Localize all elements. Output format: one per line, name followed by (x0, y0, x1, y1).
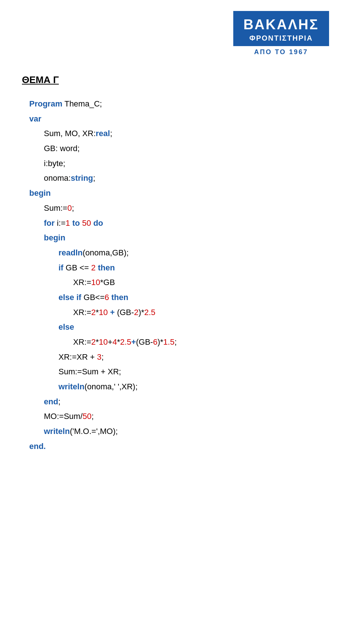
logo-subtitle: ΦΡΟΝΤΙΣΤΗΡΙΑ (244, 34, 319, 42)
header: ΒΑΚΑΛΗΣ ΦΡΟΝΤΙΣΤΗΡΙΑ ΑΠΟ ΤΟ 1967 (22, 11, 329, 63)
code-line-sum-assign: Sum:=0; (44, 201, 329, 216)
logo-container: ΒΑΚΑΛΗΣ ΦΡΟΝΤΙΣΤΗΡΙΑ ΑΠΟ ΤΟ 1967 (233, 11, 329, 56)
code-line-readln: readln(onoma,GB); (58, 246, 329, 261)
code-line-xr-10gb: XR:=10*GB (73, 275, 329, 290)
section-heading: ΘΕΜΑ Γ (22, 74, 329, 86)
code-line-begin1: begin (29, 186, 329, 201)
code-line-writeln2: writeln('M.O.=',MO); (44, 424, 329, 439)
code-line-for-loop: for i:=1 to 50 do (44, 216, 329, 231)
page: ΒΑΚΑΛΗΣ ΦΡΟΝΤΙΣΤΗΡΙΑ ΑΠΟ ΤΟ 1967 ΘΕΜΑ Γ … (0, 0, 351, 644)
code-line-else-if-gb-le-6: else if GB<=6 then (58, 290, 329, 305)
code-line-program: Program Thema_C; (29, 97, 329, 112)
code-line-xr-2-10-4-25-gb6-15: XR:=2*10+4*2.5+(GB-6)*1.5; (73, 335, 329, 350)
code-line-sum-mo-xr: Sum, MO, XR:real; (44, 126, 329, 141)
logo-title: ΒΑΚΑΛΗΣ (244, 17, 319, 33)
code-line-sum-sum-xr: Sum:=Sum + XR; (58, 364, 329, 379)
code-block: Program Thema_C;varSum, MO, XR:real;GB: … (29, 97, 329, 454)
logo-year-wrapper: ΑΠΟ ΤΟ 1967 (233, 48, 329, 56)
code-line-end1: end; (44, 394, 329, 409)
code-line-mo-sum-50: MO:=Sum/50; (44, 409, 329, 424)
code-line-i-byte: i:byte; (44, 156, 329, 171)
code-line-xr-2-10-gb2-25: XR:=2*10 + (GB-2)*2.5 (73, 305, 329, 320)
code-line-gb-word: GB: word; (44, 141, 329, 156)
code-line-else2: else (58, 320, 329, 335)
logo-year: ΑΠΟ ΤΟ 1967 (233, 48, 329, 56)
code-line-begin2: begin (44, 231, 329, 246)
code-line-xr-xr-3: XR:=XR + 3; (58, 350, 329, 365)
code-line-end2: end. (29, 439, 329, 454)
code-line-onoma-string: onoma:string; (44, 171, 329, 186)
logo-box: ΒΑΚΑΛΗΣ ΦΡΟΝΤΙΣΤΗΡΙΑ (233, 11, 329, 46)
code-line-writeln1: writeln(onoma,' ',XR); (58, 379, 329, 394)
code-line-if-gb-le-2: if GB <= 2 then (58, 261, 329, 276)
code-line-var: var (29, 112, 329, 127)
